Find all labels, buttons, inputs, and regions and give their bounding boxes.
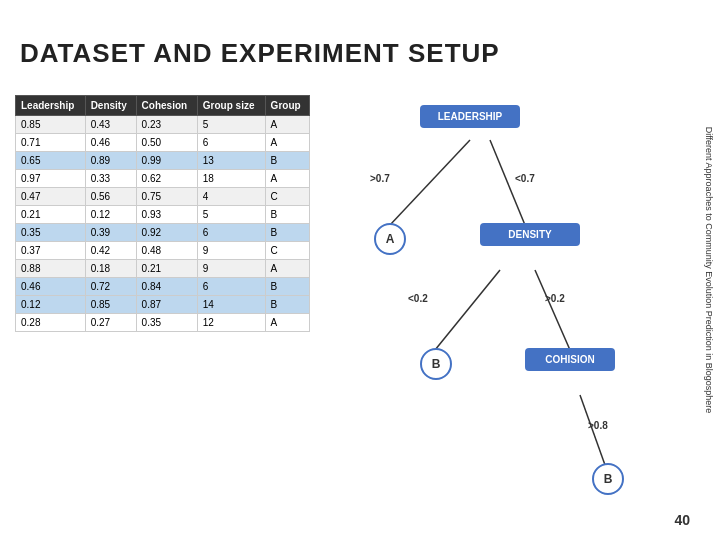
table-cell: 18 xyxy=(197,170,265,188)
col-group: Group xyxy=(265,96,309,116)
table-cell: 14 xyxy=(197,296,265,314)
node-b2: B xyxy=(592,463,624,495)
branch-left-label: >0.7 xyxy=(370,173,390,184)
table-cell: 0.46 xyxy=(16,278,86,296)
table-cell: 0.84 xyxy=(136,278,197,296)
table-cell: 0.21 xyxy=(136,260,197,278)
table-cell: 0.35 xyxy=(136,314,197,332)
cohesion-node: COHISION xyxy=(525,348,615,371)
table-cell: 0.33 xyxy=(85,170,136,188)
table-cell: 0.99 xyxy=(136,152,197,170)
table-cell: 0.65 xyxy=(16,152,86,170)
table-cell: 9 xyxy=(197,260,265,278)
table-cell: 4 xyxy=(197,188,265,206)
col-cohesion: Cohesion xyxy=(136,96,197,116)
branch-cohesion-right: >0.8 xyxy=(588,420,608,431)
page-number: 40 xyxy=(674,512,690,528)
table-cell: 0.37 xyxy=(16,242,86,260)
table-cell: 0.27 xyxy=(85,314,136,332)
table-cell: A xyxy=(265,314,309,332)
table-cell: 0.97 xyxy=(16,170,86,188)
table-cell: B xyxy=(265,152,309,170)
table-row: 0.460.720.846B xyxy=(16,278,310,296)
table-cell: 0.21 xyxy=(16,206,86,224)
col-leadership: Leadership xyxy=(16,96,86,116)
page-title: DATASET AND EXPERIMENT SETUP xyxy=(20,38,500,69)
table-row: 0.210.120.935B xyxy=(16,206,310,224)
density-node: DENSITY xyxy=(480,223,580,246)
branch-density-right: >0.2 xyxy=(545,293,565,304)
table-cell: 5 xyxy=(197,206,265,224)
table-row: 0.120.850.8714B xyxy=(16,296,310,314)
table-cell: 0.23 xyxy=(136,116,197,134)
table-cell: 0.85 xyxy=(16,116,86,134)
leadership-node: LEADERSHIP xyxy=(420,105,520,128)
table-row: 0.350.390.926B xyxy=(16,224,310,242)
table-cell: 0.50 xyxy=(136,134,197,152)
table-cell: 0.93 xyxy=(136,206,197,224)
table-row: 0.280.270.3512A xyxy=(16,314,310,332)
table-row: 0.710.460.506A xyxy=(16,134,310,152)
table-cell: 0.48 xyxy=(136,242,197,260)
table-row: 0.850.430.235A xyxy=(16,116,310,134)
svg-line-2 xyxy=(435,270,500,350)
table-cell: 6 xyxy=(197,134,265,152)
table-row: 0.370.420.489C xyxy=(16,242,310,260)
table-cell: 5 xyxy=(197,116,265,134)
table-cell: 0.88 xyxy=(16,260,86,278)
table-row: 0.970.330.6218A xyxy=(16,170,310,188)
table-cell: A xyxy=(265,260,309,278)
sidebar-text: Different Approaches to Community Evolut… xyxy=(698,0,720,540)
table-cell: B xyxy=(265,224,309,242)
svg-line-0 xyxy=(390,140,470,225)
table-cell: 0.87 xyxy=(136,296,197,314)
col-groupsize: Group size xyxy=(197,96,265,116)
table-cell: B xyxy=(265,206,309,224)
table-cell: 0.28 xyxy=(16,314,86,332)
decision-tree: LEADERSHIP >0.7 <0.7 A DENSITY <0.2 >0.2… xyxy=(340,95,680,515)
table-cell: 0.12 xyxy=(85,206,136,224)
table-cell: 0.46 xyxy=(85,134,136,152)
table-cell: 0.71 xyxy=(16,134,86,152)
table-cell: C xyxy=(265,188,309,206)
table-cell: A xyxy=(265,116,309,134)
node-a1: A xyxy=(374,223,406,255)
table-cell: 6 xyxy=(197,278,265,296)
table-row: 0.650.890.9913B xyxy=(16,152,310,170)
table-cell: 6 xyxy=(197,224,265,242)
col-density: Density xyxy=(85,96,136,116)
table-cell: A xyxy=(265,170,309,188)
data-table: Leadership Density Cohesion Group size G… xyxy=(15,95,310,332)
table-cell: 13 xyxy=(197,152,265,170)
table-cell: 0.47 xyxy=(16,188,86,206)
branch-right-label: <0.7 xyxy=(515,173,535,184)
node-b1: B xyxy=(420,348,452,380)
table-row: 0.880.180.219A xyxy=(16,260,310,278)
table-cell: 0.85 xyxy=(85,296,136,314)
table-row: 0.470.560.754C xyxy=(16,188,310,206)
table-cell: 0.39 xyxy=(85,224,136,242)
svg-line-3 xyxy=(535,270,570,350)
table-cell: 0.12 xyxy=(16,296,86,314)
table-cell: B xyxy=(265,296,309,314)
table-cell: 0.75 xyxy=(136,188,197,206)
table-cell: 0.89 xyxy=(85,152,136,170)
table-cell: C xyxy=(265,242,309,260)
table-cell: 0.43 xyxy=(85,116,136,134)
table-cell: 9 xyxy=(197,242,265,260)
table-cell: 0.35 xyxy=(16,224,86,242)
table-cell: 0.72 xyxy=(85,278,136,296)
table-cell: 0.56 xyxy=(85,188,136,206)
table-cell: B xyxy=(265,278,309,296)
table-cell: 12 xyxy=(197,314,265,332)
table-cell: 0.42 xyxy=(85,242,136,260)
table-cell: A xyxy=(265,134,309,152)
table-cell: 0.18 xyxy=(85,260,136,278)
table-cell: 0.62 xyxy=(136,170,197,188)
table-cell: 0.92 xyxy=(136,224,197,242)
branch-density-left: <0.2 xyxy=(408,293,428,304)
